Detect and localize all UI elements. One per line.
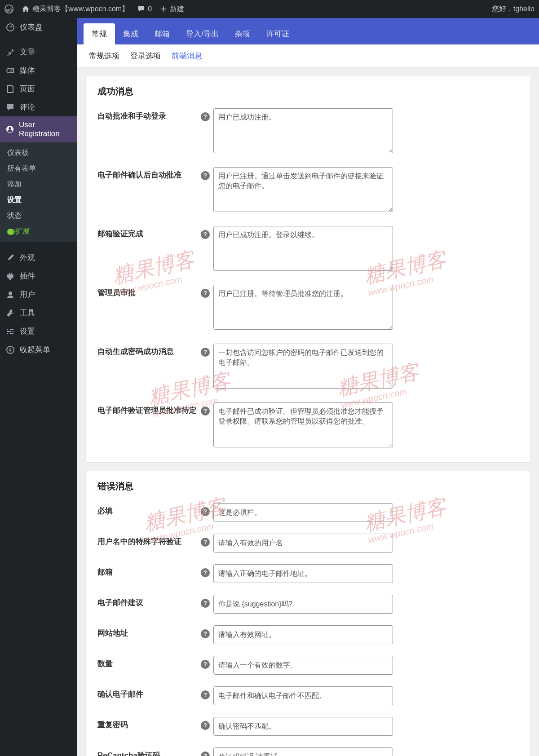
row-email-admin-pending: 电子邮件验证管理员批准待定 ?	[97, 402, 519, 450]
svg-point-7	[8, 329, 10, 331]
menu-pages[interactable]: 页面	[0, 80, 77, 98]
input-recaptcha[interactable]	[213, 747, 393, 756]
input-admin-approval[interactable]	[213, 285, 393, 330]
row-auto-password: 自动生成密码成功消息 ?	[97, 344, 519, 391]
input-required[interactable]	[213, 503, 393, 522]
help-icon[interactable]: ?	[201, 568, 210, 577]
label-email-verified: 邮箱验证完成	[97, 226, 201, 239]
wp-logo[interactable]	[4, 4, 13, 13]
tab-misc[interactable]: 杂项	[227, 23, 258, 44]
label-number: 数量	[97, 656, 201, 669]
input-username-special[interactable]	[213, 534, 393, 553]
input-number[interactable]	[213, 656, 393, 675]
success-panel: 成功消息 自动批准和手动登录 ? 电子邮件确认后自动批准 ? 邮箱验证完成 ? …	[85, 76, 531, 463]
label-email-admin-pending: 电子邮件验证管理员批准待定	[97, 402, 201, 416]
subtab-frontend-messages[interactable]: 前端消息	[172, 51, 202, 61]
menu-posts[interactable]: 文章	[0, 43, 77, 61]
user-reg-submenu: 仪表板 所有表单 添加 设置 状态 扩展	[0, 142, 77, 242]
label-website: 网站地址	[97, 625, 201, 638]
tab-email[interactable]: 邮箱	[146, 23, 178, 44]
user-greeting[interactable]: 您好，tghello	[492, 4, 535, 14]
svg-point-10	[7, 346, 14, 354]
submenu-extensions[interactable]: 扩展	[0, 224, 77, 239]
collapse-icon	[5, 345, 15, 355]
comment-icon	[5, 102, 15, 112]
submenu-dashboard[interactable]: 仪表板	[0, 145, 77, 161]
page-icon	[5, 84, 15, 94]
pin-icon	[5, 47, 15, 57]
label-auto-password: 自动生成密码成功消息	[97, 344, 201, 357]
menu-tools[interactable]: 工具	[0, 304, 77, 322]
row-email-verified: 邮箱验证完成 ?	[97, 226, 519, 273]
help-icon[interactable]: ?	[201, 507, 210, 516]
subtab-login-options[interactable]: 登录选项	[130, 51, 161, 61]
settings-icon	[5, 327, 15, 336]
help-icon[interactable]: ?	[201, 289, 210, 298]
svg-point-2	[7, 68, 11, 73]
site-home[interactable]: 糖果博客【www.wpocn.com】	[22, 4, 129, 14]
help-icon[interactable]: ?	[201, 538, 210, 547]
menu-settings[interactable]: 设置	[0, 322, 77, 340]
label-recaptcha: ReCaptcha验证码	[97, 747, 201, 756]
menu-dashboard[interactable]: 仪表盘	[0, 18, 77, 36]
menu-media[interactable]: 媒体	[0, 61, 77, 80]
menu-comments[interactable]: 评论	[0, 98, 77, 116]
brush-icon	[5, 253, 15, 263]
label-manual-login: 自动批准和手动登录	[97, 108, 201, 121]
help-icon[interactable]: ?	[201, 171, 210, 180]
row-username-special: 用户名中的特殊字符验证 ?	[97, 534, 519, 553]
submenu-add[interactable]: 添加	[0, 177, 77, 192]
menu-appearance[interactable]: 外观	[0, 248, 77, 267]
users-icon	[5, 290, 15, 300]
help-icon[interactable]: ?	[201, 230, 210, 239]
help-icon[interactable]: ?	[201, 721, 210, 730]
submenu-settings[interactable]: 设置	[0, 192, 77, 208]
help-icon[interactable]: ?	[201, 629, 210, 638]
tab-general[interactable]: 常规	[84, 23, 115, 44]
input-website[interactable]	[213, 625, 393, 644]
svg-point-3	[9, 292, 12, 295]
dashboard-icon	[5, 22, 15, 32]
help-icon[interactable]: ?	[201, 407, 210, 416]
row-email-suggestion: 电子邮件建议 ?	[97, 595, 519, 614]
help-icon[interactable]: ?	[201, 690, 210, 699]
menu-user-registration[interactable]: User Registration	[0, 116, 77, 142]
input-email-verified[interactable]	[213, 226, 393, 271]
help-icon[interactable]: ?	[201, 599, 210, 608]
label-email-err: 邮箱	[97, 564, 201, 577]
site-title: 糖果博客【www.wpocn.com】	[32, 4, 129, 14]
row-recaptcha: ReCaptcha验证码 ?	[97, 747, 519, 756]
tab-import-export[interactable]: 导入/导出	[178, 23, 227, 44]
submenu-status[interactable]: 状态	[0, 208, 77, 224]
menu-users[interactable]: 用户	[0, 285, 77, 304]
input-auto-password[interactable]	[213, 344, 393, 389]
input-email-confirm[interactable]	[213, 167, 393, 212]
label-email-confirm: 电子邮件确认后自动批准	[97, 167, 201, 180]
plugin-icon	[5, 271, 15, 281]
ext-dot-icon	[7, 229, 13, 235]
menu-collapse[interactable]: 收起菜单	[0, 340, 77, 359]
help-icon[interactable]: ?	[201, 660, 210, 669]
help-icon[interactable]: ?	[201, 348, 210, 357]
input-email-suggestion[interactable]	[213, 595, 393, 614]
error-title: 错误消息	[97, 480, 519, 492]
submenu-all-forms[interactable]: 所有表单	[0, 161, 77, 177]
tab-license[interactable]: 许可证	[258, 23, 297, 44]
input-confirm-password[interactable]	[213, 717, 393, 736]
tab-integration[interactable]: 集成	[115, 23, 146, 44]
adminbar-left: 糖果博客【www.wpocn.com】 0 新建	[4, 4, 184, 14]
subtab-general-options[interactable]: 常规选项	[89, 51, 119, 61]
help-icon[interactable]: ?	[201, 112, 210, 121]
help-icon[interactable]: ?	[201, 752, 210, 756]
row-email-confirm: 电子邮件确认后自动批准 ?	[97, 167, 519, 214]
input-email-err[interactable]	[213, 564, 393, 583]
new-content[interactable]: 新建	[160, 4, 184, 14]
input-manual-login[interactable]	[213, 108, 393, 153]
comments-link[interactable]: 0	[137, 5, 152, 13]
menu-plugins[interactable]: 插件	[0, 267, 77, 285]
input-email-admin-pending[interactable]	[213, 402, 393, 447]
label-confirm-password: 重复密码	[97, 717, 201, 730]
row-required: 必填 ?	[97, 503, 519, 522]
row-confirm-password: 重复密码 ?	[97, 717, 519, 736]
input-confirm-email[interactable]	[213, 686, 393, 705]
